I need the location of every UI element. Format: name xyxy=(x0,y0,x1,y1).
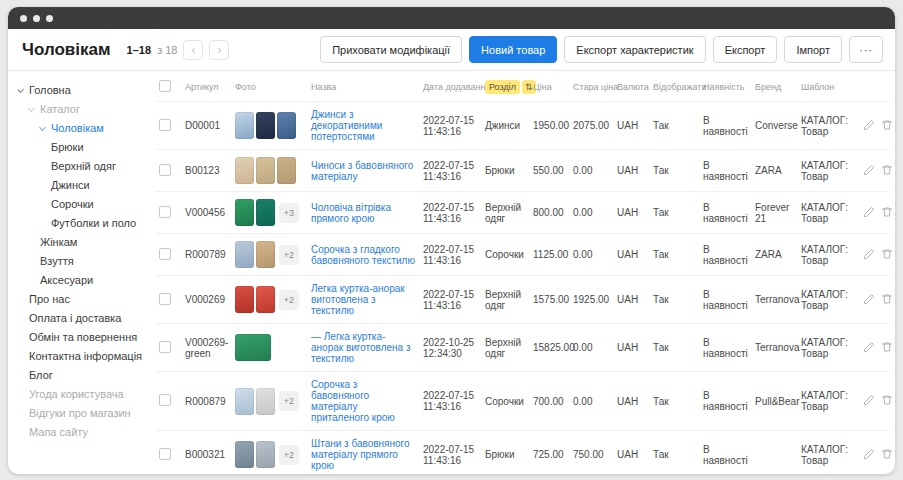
sidebar-item-сорочки[interactable]: Сорочки xyxy=(18,195,154,214)
import-button[interactable]: Імпорт xyxy=(784,36,842,63)
sidebar-item-джинси[interactable]: Джинси xyxy=(18,176,154,195)
more-photos-badge[interactable]: +2 xyxy=(279,245,299,265)
sidebar-item-головна[interactable]: Головна xyxy=(18,81,154,100)
product-name-link[interactable]: Сорочка з гладкого бавовняного текстилю xyxy=(311,244,415,266)
section-sort-label[interactable]: Розділ xyxy=(485,80,520,94)
product-name-link[interactable]: Джинси з декоративними потертостями xyxy=(311,109,382,142)
sidebar-item-контактна-інформація[interactable]: Контактна інформація xyxy=(18,347,154,366)
edit-icon[interactable] xyxy=(863,248,875,262)
sidebar-item-про-нас[interactable]: Про нас xyxy=(18,290,154,309)
more-photos-badge[interactable]: +2 xyxy=(279,290,299,310)
edit-icon[interactable] xyxy=(863,206,875,220)
next-page-button[interactable]: › xyxy=(209,40,229,60)
sidebar-item-футболки-и-поло[interactable]: Футболки и поло xyxy=(18,214,154,233)
row-checkbox[interactable] xyxy=(159,341,171,353)
row-checkbox[interactable] xyxy=(159,394,171,406)
product-photo[interactable] xyxy=(256,112,275,139)
sidebar-item-обмін-та-повернення[interactable]: Обмін та повернення xyxy=(18,328,154,347)
product-name-link[interactable]: Легка куртка-анорак виготовлена з тексти… xyxy=(311,283,405,316)
sidebar-item-верхній-одяг[interactable]: Верхній одяг xyxy=(18,157,154,176)
product-name-link[interactable]: Чоловіча вітрівка прямого крою xyxy=(311,202,391,224)
sidebar-item-каталог[interactable]: Каталог xyxy=(18,100,154,119)
product-photo[interactable] xyxy=(235,157,254,184)
select-all-checkbox[interactable] xyxy=(159,80,171,92)
edit-icon[interactable] xyxy=(863,293,875,307)
edit-icon[interactable] xyxy=(863,394,875,408)
product-name-link[interactable]: Сорочка з бавовняного матеріалу притален… xyxy=(311,379,395,423)
product-photo[interactable] xyxy=(277,112,296,139)
product-photo[interactable] xyxy=(235,441,254,468)
sidebar-item-мапа-сайту[interactable]: Мапа сайту xyxy=(18,423,154,442)
column-header-price[interactable]: Ціна xyxy=(530,71,570,102)
table-row: D00001Джинси з декоративними потертостям… xyxy=(156,102,890,150)
chevron-down-icon xyxy=(39,123,46,130)
column-header-date[interactable]: Дата додавання xyxy=(420,71,482,102)
sidebar-item-аксесуари[interactable]: Аксесуари xyxy=(18,271,154,290)
prev-page-button[interactable]: ‹ xyxy=(183,40,203,60)
delete-icon[interactable] xyxy=(881,119,893,133)
delete-icon[interactable] xyxy=(881,248,893,262)
column-header-sku[interactable]: Артикул xyxy=(182,71,232,102)
delete-icon[interactable] xyxy=(881,164,893,178)
window-dot-icon[interactable] xyxy=(33,15,40,22)
row-checkbox[interactable] xyxy=(159,206,171,218)
product-photo[interactable] xyxy=(277,157,296,184)
column-header-old-price[interactable]: Стара ціна xyxy=(570,71,614,102)
sidebar-item-брюки[interactable]: Брюки xyxy=(18,138,154,157)
column-header-section[interactable]: Розділ⇅ xyxy=(482,71,530,102)
product-photo[interactable] xyxy=(256,286,275,313)
sidebar-item-чоловікам[interactable]: Чоловікам xyxy=(18,119,154,138)
window-dot-icon[interactable] xyxy=(46,15,53,22)
sidebar-item-жінкам[interactable]: Жінкам xyxy=(18,233,154,252)
product-photo[interactable] xyxy=(256,157,275,184)
sidebar-item-взуття[interactable]: Взуття xyxy=(18,252,154,271)
column-header-availability[interactable]: Наявність xyxy=(700,71,752,102)
delete-icon[interactable] xyxy=(881,394,893,408)
product-photo[interactable] xyxy=(256,241,275,268)
more-actions-button[interactable]: ··· xyxy=(849,36,883,63)
sidebar-item-угода-користувача[interactable]: Угода користувача xyxy=(18,385,154,404)
delete-icon[interactable] xyxy=(881,293,893,307)
new-product-button[interactable]: Новий товар xyxy=(469,36,557,63)
product-photos xyxy=(235,157,305,184)
product-name-link[interactable]: — Легка куртка-анорак виготовлена з текс… xyxy=(311,331,411,364)
product-photo[interactable] xyxy=(256,441,275,468)
delete-icon[interactable] xyxy=(881,341,893,355)
column-header-template[interactable]: Шаблон xyxy=(798,71,854,102)
row-checkbox[interactable] xyxy=(159,248,171,260)
column-header-brand[interactable]: Бренд xyxy=(752,71,798,102)
row-checkbox[interactable] xyxy=(159,119,171,131)
delete-icon[interactable] xyxy=(881,448,893,462)
product-photo[interactable] xyxy=(235,199,254,226)
column-header-name[interactable]: Назва xyxy=(308,71,420,102)
hide-modifications-button[interactable]: Приховати модифікації xyxy=(320,36,462,63)
window-dot-icon[interactable] xyxy=(20,15,27,22)
product-photo[interactable] xyxy=(235,286,254,313)
more-photos-badge[interactable]: +3 xyxy=(279,203,299,223)
export-characteristics-button[interactable]: Експорт характеристик xyxy=(564,36,705,63)
delete-icon[interactable] xyxy=(881,206,893,220)
more-photos-badge[interactable]: +2 xyxy=(279,391,299,411)
column-header-currency[interactable]: Валюта xyxy=(614,71,650,102)
product-photo[interactable] xyxy=(235,388,254,415)
sidebar-item-відгуки-про-магазин[interactable]: Відгуки про магазин xyxy=(18,404,154,423)
edit-icon[interactable] xyxy=(863,341,875,355)
product-photo[interactable] xyxy=(235,334,271,361)
row-checkbox[interactable] xyxy=(159,293,171,305)
product-name-link[interactable]: Штани з бавовняного матеріалу прямого кр… xyxy=(311,438,410,471)
sidebar-item-оплата-і-доставка[interactable]: Оплата і доставка xyxy=(18,309,154,328)
product-photo[interactable] xyxy=(235,241,254,268)
sidebar-item-блог[interactable]: Блог xyxy=(18,366,154,385)
row-checkbox[interactable] xyxy=(159,448,171,460)
edit-icon[interactable] xyxy=(863,119,875,133)
row-checkbox[interactable] xyxy=(159,164,171,176)
more-photos-badge[interactable]: +2 xyxy=(279,445,299,465)
product-photo[interactable] xyxy=(256,388,275,415)
edit-icon[interactable] xyxy=(863,448,875,462)
product-name-link[interactable]: Чиноси з бавовняного матеріалу xyxy=(311,160,413,182)
column-header-display[interactable]: Відображати xyxy=(650,71,700,102)
product-photo[interactable] xyxy=(256,199,275,226)
product-photo[interactable] xyxy=(235,112,254,139)
export-button[interactable]: Експорт xyxy=(713,36,778,63)
edit-icon[interactable] xyxy=(863,164,875,178)
